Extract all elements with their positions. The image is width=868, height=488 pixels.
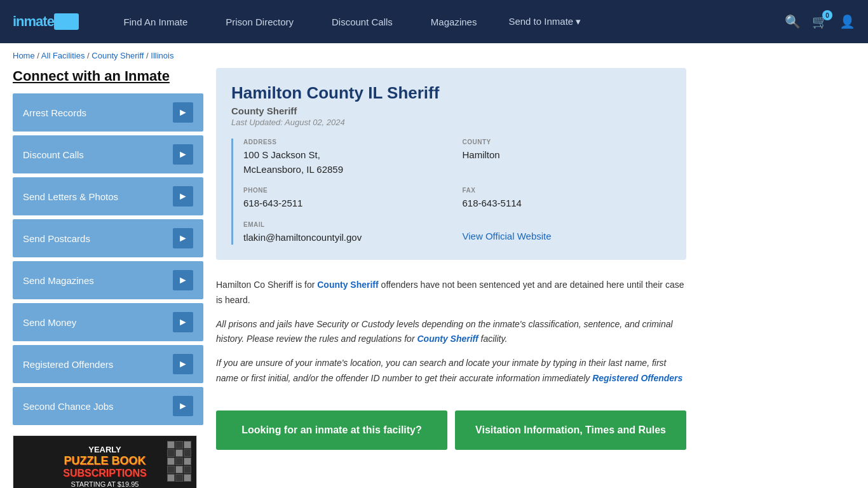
header-icons: 🔍 🛒 0 👤 bbox=[785, 14, 855, 29]
sidebar-item-label: Send Money bbox=[23, 317, 76, 328]
sidebar-item-label: Arrest Records bbox=[23, 107, 86, 118]
sidebar: Connect with an Inmate Arrest Records ► … bbox=[13, 68, 203, 488]
address-label: ADDRESS bbox=[243, 139, 452, 146]
breadcrumb-state[interactable]: Illinois bbox=[151, 51, 173, 60]
arrow-icon: ► bbox=[173, 396, 193, 416]
email-label: EMAIL bbox=[243, 221, 452, 228]
address-value: 100 S Jackson St, McLeansboro, IL 62859 bbox=[243, 148, 452, 177]
phone-group: PHONE 618-643-2511 bbox=[243, 187, 452, 211]
sidebar-item-label: Registered Offenders bbox=[23, 359, 113, 370]
ad-price-text: STARTING AT $19.95 bbox=[71, 480, 139, 488]
search-icon[interactable]: 🔍 bbox=[785, 14, 801, 29]
phone-label: PHONE bbox=[243, 187, 452, 194]
county-label: COUNTY bbox=[463, 139, 672, 146]
email-value: tlakin@hamiltoncountyil.gov bbox=[243, 231, 452, 245]
arrow-icon: ► bbox=[173, 312, 193, 332]
main-layout: Connect with an Inmate Arrest Records ► … bbox=[0, 68, 699, 488]
website-group: View Official Website bbox=[463, 221, 672, 245]
address-group: ADDRESS 100 S Jackson St, McLeansboro, I… bbox=[243, 139, 452, 177]
registered-offenders-link[interactable]: Registered Offenders bbox=[592, 373, 682, 383]
nav-prison-directory[interactable]: Prison Directory bbox=[207, 17, 313, 27]
sidebar-item-second-chance-jobs[interactable]: Second Chance Jobs ► bbox=[13, 387, 203, 425]
sidebar-item-label: Send Magazines bbox=[23, 275, 94, 286]
find-inmate-button[interactable]: Looking for an inmate at this facility? bbox=[216, 410, 447, 450]
sidebar-item-send-money[interactable]: Send Money ► bbox=[13, 303, 203, 341]
county-value: Hamilton bbox=[463, 148, 672, 163]
facility-description: Hamilton Co Sheriff is for County Sherif… bbox=[216, 273, 686, 400]
sidebar-item-label: Send Letters & Photos bbox=[23, 191, 118, 202]
phone-value: 618-643-2511 bbox=[243, 196, 452, 211]
sidebar-item-discount-calls[interactable]: Discount Calls ► bbox=[13, 135, 203, 173]
sidebar-title: Connect with an Inmate bbox=[13, 68, 203, 85]
fax-group: FAX 618-643-5114 bbox=[463, 187, 672, 211]
arrow-icon: ► bbox=[173, 354, 193, 374]
breadcrumb: Home / All Facilities / County Sheriff /… bbox=[0, 43, 868, 68]
main-nav: Find An Inmate Prison Directory Discount… bbox=[104, 16, 785, 27]
sidebar-item-arrest-records[interactable]: Arrest Records ► bbox=[13, 93, 203, 132]
arrow-icon: ► bbox=[173, 228, 193, 248]
arrow-icon: ► bbox=[173, 186, 193, 207]
description-para3: If you are unsure of your inmate's locat… bbox=[216, 356, 686, 386]
sidebar-item-registered-offenders[interactable]: Registered Offenders ► bbox=[13, 345, 203, 383]
description-para1: Hamilton Co Sheriff is for County Sherif… bbox=[216, 278, 686, 308]
header: inmateAID Find An Inmate Prison Director… bbox=[0, 0, 868, 43]
main-content: Hamilton County IL Sheriff County Sherif… bbox=[216, 68, 686, 488]
sidebar-item-send-postcards[interactable]: Send Postcards ► bbox=[13, 219, 203, 257]
puzzle-grid-decoration bbox=[167, 441, 191, 482]
county-sheriff-link-2[interactable]: County Sheriff bbox=[417, 334, 478, 344]
facility-card: Hamilton County IL Sheriff County Sherif… bbox=[216, 68, 686, 260]
ad-puzzle-book-text: PUZZLE BOOK bbox=[64, 454, 146, 468]
facility-type: County Sheriff bbox=[231, 105, 671, 116]
sidebar-item-label: Discount Calls bbox=[23, 149, 84, 160]
ad-subscriptions-text: SUBSCRIPTIONS bbox=[63, 468, 147, 479]
fax-value: 618-643-5114 bbox=[463, 196, 672, 211]
sidebar-item-send-letters[interactable]: Send Letters & Photos ► bbox=[13, 177, 203, 215]
sidebar-item-send-magazines[interactable]: Send Magazines ► bbox=[13, 261, 203, 299]
arrow-icon: ► bbox=[173, 270, 193, 290]
sidebar-item-label: Send Postcards bbox=[23, 233, 90, 244]
advertisement[interactable]: YEARLY PUZZLE BOOK SUBSCRIPTIONS STARTIN… bbox=[13, 435, 197, 488]
breadcrumb-all-facilities[interactable]: All Facilities bbox=[41, 51, 85, 60]
facility-last-updated: Last Updated: August 02, 2024 bbox=[231, 118, 671, 127]
description-para2: All prisons and jails have Security or C… bbox=[216, 317, 686, 348]
bottom-buttons: Looking for an inmate at this facility? … bbox=[216, 410, 686, 450]
visitation-button[interactable]: Visitation Information, Times and Rules bbox=[455, 410, 686, 450]
sidebar-item-label: Second Chance Jobs bbox=[23, 401, 114, 412]
cart-badge: 0 bbox=[822, 10, 832, 20]
logo[interactable]: inmateAID bbox=[13, 13, 79, 30]
logo-text: inmateAID bbox=[13, 13, 79, 30]
breadcrumb-county-sheriff[interactable]: County Sheriff bbox=[92, 51, 144, 60]
facility-details: ADDRESS 100 S Jackson St, McLeansboro, I… bbox=[231, 139, 671, 245]
arrow-icon: ► bbox=[173, 144, 193, 165]
breadcrumb-home[interactable]: Home bbox=[13, 51, 35, 60]
nav-find-inmate[interactable]: Find An Inmate bbox=[104, 17, 207, 27]
county-group: COUNTY Hamilton bbox=[463, 139, 672, 177]
facility-name: Hamilton County IL Sheriff bbox=[231, 83, 671, 103]
website-placeholder bbox=[463, 221, 672, 228]
ad-yearly-text: YEARLY bbox=[88, 445, 121, 454]
fax-label: FAX bbox=[463, 187, 672, 194]
nav-magazines[interactable]: Magazines bbox=[412, 17, 496, 27]
nav-discount-calls[interactable]: Discount Calls bbox=[313, 17, 412, 27]
cart-icon[interactable]: 🛒 0 bbox=[812, 14, 828, 29]
official-website-link[interactable]: View Official Website bbox=[463, 231, 552, 241]
user-icon[interactable]: 👤 bbox=[839, 14, 855, 29]
arrow-icon: ► bbox=[173, 102, 193, 123]
county-sheriff-link-1[interactable]: County Sheriff bbox=[317, 280, 378, 290]
email-group: EMAIL tlakin@hamiltoncountyil.gov bbox=[243, 221, 452, 245]
send-to-inmate-menu[interactable]: Send to Inmate ▾ bbox=[508, 16, 581, 27]
